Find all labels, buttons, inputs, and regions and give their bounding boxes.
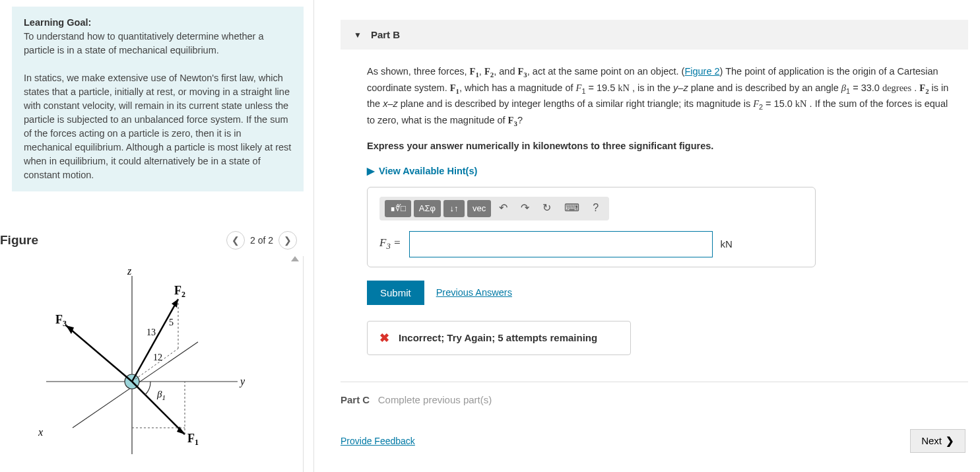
vec-button[interactable]: vec (467, 200, 491, 217)
figure-2-link[interactable]: Figure 2 (684, 66, 719, 77)
next-button[interactable]: Next ❯ (910, 429, 965, 453)
instruction-text: Express your answer numerically in kilon… (367, 139, 955, 153)
part-b-title: Part B (371, 29, 400, 40)
x-axis-label: x (38, 426, 43, 438)
feedback-box: ✖ Incorrect; Try Again; 5 attempts remai… (367, 321, 631, 355)
keyboard-icon[interactable]: ⌨ (559, 200, 585, 217)
figure-title: Figure (0, 233, 38, 248)
scroll-up-icon[interactable] (291, 256, 299, 261)
learning-goal-box: Learning Goal: To understand how to quan… (12, 7, 304, 191)
subsup-button[interactable]: ↓↑ (443, 200, 465, 217)
svg-line-4 (66, 325, 132, 382)
beta-label: β1 (156, 389, 166, 401)
caret-right-icon: ▶ (367, 164, 375, 178)
view-hints-button[interactable]: ▶ View Available Hint(s) (367, 164, 955, 178)
reset-icon[interactable]: ↻ (537, 200, 556, 217)
templates-button[interactable]: ∎∜□ (385, 200, 411, 217)
svg-line-6 (132, 299, 178, 382)
part-b-header[interactable]: ▼ Part B (341, 20, 968, 50)
learning-goal-label: Learning Goal: (24, 17, 91, 28)
tri-opp: 5 (169, 318, 174, 327)
chevron-left-icon: ❮ (232, 235, 240, 246)
chevron-right-icon: ❯ (284, 235, 292, 246)
submit-button[interactable]: Submit (367, 281, 424, 305)
f2-label: F2 (174, 284, 185, 299)
figure-header: Figure ❮ 2 of 2 ❯ (0, 231, 304, 250)
figure-prev-button[interactable]: ❮ (226, 231, 245, 250)
left-panel: Learning Goal: To understand how to quan… (0, 0, 313, 472)
redo-icon[interactable]: ↷ (515, 200, 535, 217)
previous-answers-link[interactable]: Previous Answers (436, 287, 512, 298)
f1-label: F1 (187, 432, 199, 447)
y-axis-label: y (239, 376, 245, 388)
submit-row: Submit Previous Answers (367, 281, 968, 305)
incorrect-icon: ✖ (379, 331, 389, 345)
caret-down-icon: ▼ (354, 30, 362, 40)
tri-adj: 12 (153, 353, 162, 362)
part-c-header: Part C Complete previous part(s) (341, 382, 968, 405)
feedback-text: Incorrect; Try Again; 5 attempts remaini… (399, 332, 597, 343)
undo-icon[interactable]: ↶ (494, 200, 513, 217)
answer-box: ∎∜□ ΑΣφ ↓↑ vec ↶ ↷ ↻ ⌨ ? F3 = kN (367, 187, 816, 267)
figure-canvas: z y x F3 F2 13 5 12 F1 (0, 256, 304, 472)
z-axis-label: z (127, 265, 132, 277)
greek-button[interactable]: ΑΣφ (414, 200, 441, 217)
equation-toolbar: ∎∜□ ΑΣφ ↓↑ vec ↶ ↷ ↻ ⌨ ? (379, 197, 609, 220)
figure-next-button[interactable]: ❯ (278, 231, 297, 250)
right-panel: ▼ Part B As shown, three forces, F1, F2,… (313, 0, 980, 472)
bottom-row: Provide Feedback Next ❯ (341, 429, 968, 453)
answer-input[interactable] (409, 231, 713, 257)
force-diagram: z y x F3 F2 13 5 12 F1 (0, 256, 290, 467)
svg-marker-5 (66, 325, 74, 334)
answer-row: F3 = kN (379, 231, 803, 257)
part-c-label: Part C (341, 394, 370, 405)
help-icon[interactable]: ? (587, 200, 604, 217)
chevron-right-icon: ❯ (946, 435, 954, 447)
figure-nav: ❮ 2 of 2 ❯ (226, 231, 297, 250)
f3-label: F3 (55, 313, 67, 328)
figure-page-indicator: 2 of 2 (250, 235, 273, 246)
provide-feedback-link[interactable]: Provide Feedback (341, 436, 415, 446)
learning-goal-body: In statics, we make extensive use of New… (24, 73, 291, 180)
answer-unit: kN (721, 236, 733, 252)
tri-hyp: 13 (147, 327, 156, 337)
learning-goal-text: To understand how to quantitatively dete… (24, 31, 264, 55)
part-b-body: As shown, three forces, F1, F2, and F3, … (341, 50, 968, 267)
answer-variable: F3 = (379, 234, 401, 253)
part-b-prompt: As shown, three forces, F1, F2, and F3, … (367, 64, 955, 129)
part-c-status: Complete previous part(s) (378, 394, 492, 405)
